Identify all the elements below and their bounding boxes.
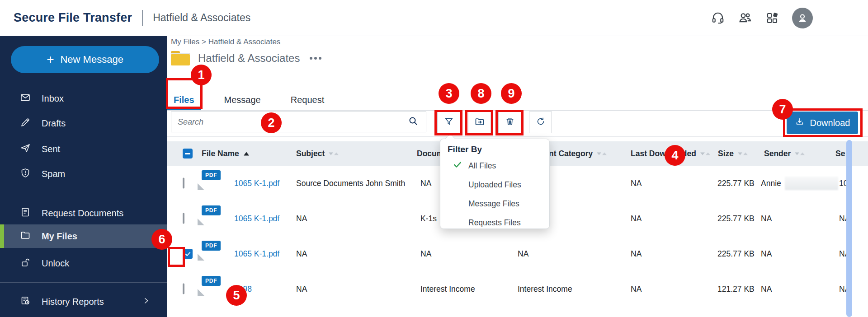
sidebar-item-spam[interactable]: Spam: [0, 163, 167, 185]
cell-subject: Source Documents John Smith: [296, 179, 405, 188]
search-input[interactable]: [171, 117, 408, 127]
cell-last-downloaded: NA: [631, 284, 642, 294]
cell-document-category: Interest Income: [518, 284, 572, 294]
select-all-checkbox[interactable]: [183, 149, 193, 158]
search-box: [171, 112, 426, 132]
topbar-actions: [711, 8, 868, 28]
annotation-3: 3: [439, 83, 459, 104]
sidebar: + New Message Inbox Drafts Sent Spam Req…: [0, 36, 167, 317]
topbar: Secure File Transfer Hatfield & Associat…: [0, 0, 868, 36]
history-report-icon: [20, 295, 31, 308]
row-checkbox[interactable]: [183, 214, 184, 224]
sidebar-item-label: Sent: [42, 144, 60, 154]
annotation-box-filter: [434, 110, 462, 135]
sidebar-item-drafts[interactable]: Drafts: [0, 112, 167, 135]
cell-subject: NA: [296, 284, 307, 294]
table-row: PDF 1065 K-1.pdf NA NA NA NA 225.77 KB N…: [167, 236, 868, 271]
cell-last-downloaded: NA: [631, 214, 642, 224]
annotation-9: 9: [501, 83, 522, 104]
sidebar-item-sent[interactable]: Sent: [0, 138, 167, 160]
column-header-size[interactable]: Size: [718, 149, 748, 158]
contacts-icon[interactable]: [738, 11, 752, 25]
cell-last-downloaded: NA: [631, 249, 642, 259]
redacted-text: [785, 177, 838, 190]
cell-document-category: NA: [518, 249, 528, 259]
row-checkbox[interactable]: [183, 284, 184, 294]
tab-message[interactable]: Message: [218, 89, 267, 110]
cell-document-type: K-1s: [420, 214, 437, 224]
cell-size: 121.27 KB: [717, 284, 755, 294]
cell-document-type: NA: [420, 179, 431, 188]
sidebar-item-unlock[interactable]: Unlock: [0, 252, 167, 275]
sidebar-item-inbox[interactable]: Inbox: [0, 87, 167, 110]
new-message-label: New Message: [60, 54, 123, 65]
sort-icons: [738, 152, 748, 155]
chevron-right-icon: [142, 297, 150, 307]
support-headset-icon[interactable]: [711, 11, 725, 25]
file-name-link[interactable]: 1065 K-1.pdf: [234, 179, 279, 188]
apps-grid-icon[interactable]: [765, 11, 779, 25]
sidebar-item-label: Request Documents: [42, 208, 123, 219]
annotation-1: 1: [191, 65, 212, 85]
secure-file-transfer-app: Secure File Transfer Hatfield & Associat…: [0, 0, 868, 317]
cell-size: 225.77 KB: [717, 214, 755, 224]
new-message-button[interactable]: + New Message: [11, 46, 159, 73]
plus-icon: +: [47, 53, 54, 66]
cell-sender: NA: [761, 284, 772, 294]
filter-option-uploaded-files[interactable]: Uploaded Files: [440, 175, 549, 194]
filter-option-requests-files[interactable]: Requests Files: [440, 213, 549, 232]
sidebar-item-history-reports[interactable]: History Reports: [0, 290, 167, 313]
cell-subject: NA: [296, 214, 307, 224]
sort-icons: [700, 152, 710, 155]
search-icon[interactable]: [408, 116, 419, 128]
cell-last-downloaded: NA: [631, 179, 642, 188]
document-icon: [20, 207, 31, 220]
sidebar-item-label: History Reports: [42, 297, 104, 307]
tab-request[interactable]: Request: [284, 89, 331, 110]
file-name-link[interactable]: 1065 K-1.pdf: [234, 214, 279, 224]
pencil-icon: [20, 117, 31, 130]
more-options-icon[interactable]: [310, 57, 321, 60]
sidebar-item-my-files[interactable]: My Files: [0, 224, 167, 248]
breadcrumb[interactable]: My Files > Hatfield & Associates: [171, 37, 280, 47]
user-avatar[interactable]: [792, 8, 813, 28]
table-row: PDF 1098 NA Interest Income Interest Inc…: [167, 271, 868, 307]
refresh-icon: [536, 117, 546, 128]
cell-sender: Annie: [761, 177, 838, 190]
filter-by-title: Filter By: [440, 139, 549, 156]
file-name-link[interactable]: 1065 K-1.pdf: [234, 249, 279, 259]
sidebar-divider: [0, 282, 167, 283]
cell-document-type: NA: [420, 249, 431, 259]
column-header-subject[interactable]: Subject: [296, 149, 339, 158]
vertical-scrollbar[interactable]: [846, 140, 852, 317]
sidebar-item-request-documents[interactable]: Request Documents: [0, 202, 167, 224]
sidebar-item-label: Inbox: [42, 93, 64, 104]
topbar-divider: [142, 10, 143, 26]
page-title: Hatfield & Associates: [198, 52, 300, 65]
sidebar-divider: [0, 193, 167, 193]
shield-alert-icon: [20, 168, 31, 181]
sort-icons: [597, 152, 607, 155]
paper-plane-icon: [20, 143, 31, 156]
column-header-file-name[interactable]: File Name: [202, 149, 249, 158]
org-name: Hatfield & Associates: [153, 12, 250, 24]
table-row-partial: [167, 307, 868, 317]
cell-size: 225.77 KB: [717, 179, 755, 188]
column-header-sent[interactable]: Se: [835, 149, 845, 158]
column-header-sender[interactable]: Sender: [764, 149, 805, 158]
annotation-4: 4: [665, 145, 685, 166]
cell-sender: NA: [761, 214, 772, 224]
sidebar-item-label: Spam: [42, 169, 65, 179]
filter-option-all-files[interactable]: All Files: [440, 156, 549, 175]
sort-icons: [795, 152, 805, 155]
row-checkbox[interactable]: [183, 179, 184, 188]
app-title: Secure File Transfer: [14, 11, 132, 25]
annotation-5: 5: [226, 285, 247, 306]
refresh-button[interactable]: [529, 112, 552, 133]
sort-icons: [329, 152, 339, 155]
filter-option-message-files[interactable]: Message Files: [440, 194, 549, 213]
annotation-box-checkbox: [168, 247, 185, 267]
filter-by-dropdown: Filter By All Files Uploaded Files Messa…: [440, 139, 550, 229]
annotation-6: 6: [151, 229, 172, 250]
sidebar-item-label: Unlock: [42, 258, 69, 269]
